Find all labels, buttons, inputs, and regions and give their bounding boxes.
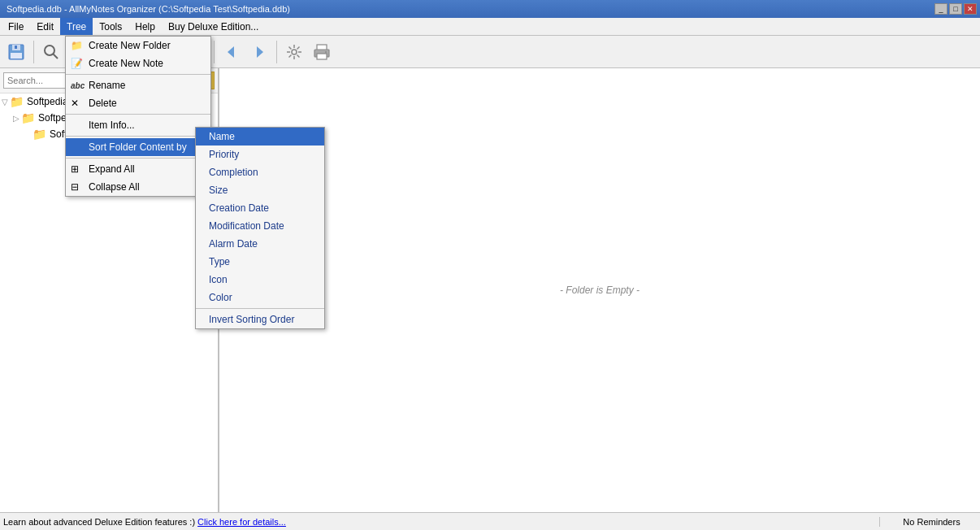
svg-line-27 [297,46,300,49]
tree-item-label: Softpedia [27,96,68,107]
expand-icon: ▷ [13,114,21,123]
menu-separator-1 [66,74,210,75]
title-bar-text: Softpedia.ddb - AllMyNotes Organizer (C:… [3,4,290,14]
svg-line-26 [297,54,300,57]
sort-by-completion[interactable]: Completion [196,163,324,181]
sort-submenu-separator [196,308,324,309]
status-text: Learn about advanced Deluxe Edition feat… [3,517,197,527]
separator-1 [33,41,34,63]
status-right: No Reminders [879,517,977,527]
menu-create-folder[interactable]: 📁 Create New Folder [66,37,210,54]
status-left: Learn about advanced Deluxe Edition feat… [3,517,879,527]
tree-context-menu: 📁 Create New Folder 📝 Create New Note ab… [65,36,211,197]
svg-line-25 [289,46,292,49]
menu-tree[interactable]: Tree [60,18,93,35]
title-bar: Softpedia.ddb - AllMyNotes Organizer (C:… [0,0,980,18]
svg-line-28 [289,54,292,57]
tools-button[interactable] [281,39,307,65]
forward-icon [250,43,268,61]
sort-by-size[interactable]: Size [196,181,324,199]
sort-by-name[interactable]: Name [196,128,324,146]
menu-collapse-all[interactable]: ⊟ Collapse All [66,178,210,196]
folder-icon: 📁 [10,95,24,108]
content-panel: - Folder is Empty - [219,68,980,512]
back-button[interactable] [219,39,245,65]
menu-delete[interactable]: ✕ Delete [66,94,210,112]
menu-separator-4 [66,158,210,159]
menu-separator-2 [66,114,210,115]
menu-file[interactable]: File [2,18,30,35]
minimize-button[interactable]: _ [934,3,947,15]
sort-by-icon[interactable]: Icon [196,271,324,289]
separator-3 [214,41,215,63]
svg-line-5 [54,54,59,59]
svg-rect-2 [11,53,22,59]
menu-expand-all[interactable]: ⊞ Expand All [66,160,210,178]
forward-button[interactable] [246,39,272,65]
empty-folder-message: - Folder is Empty - [560,285,640,296]
menu-buy[interactable]: Buy Deluxe Edition... [162,18,265,35]
sort-invert[interactable]: Invert Sorting Order [196,311,324,328]
menu-edit[interactable]: Edit [30,18,60,35]
sort-by-creation-date[interactable]: Creation Date [196,199,324,217]
svg-point-20 [292,50,297,54]
sort-by-alarm-date[interactable]: Alarm Date [196,235,324,253]
menu-item-info[interactable]: Item Info... [66,116,210,134]
create-note-icon: 📝 [71,58,83,69]
svg-point-4 [45,46,54,55]
back-icon [223,43,241,61]
status-link[interactable]: Click here for details... [197,517,286,527]
separator-4 [276,41,277,63]
create-folder-icon: 📁 [71,40,83,51]
print-button[interactable] [309,39,335,65]
menu-help[interactable]: Help [128,18,162,35]
svg-point-32 [325,51,327,53]
sort-by-color[interactable]: Color [196,289,324,306]
menu-rename[interactable]: abc Rename [66,76,210,94]
rename-icon: abc [71,81,85,90]
svg-marker-18 [228,46,234,58]
search-button[interactable] [38,39,64,65]
title-bar-buttons: _ □ ✕ [934,3,977,15]
menu-sort-folder[interactable]: Sort Folder Content by ▶ [66,138,210,156]
svg-rect-31 [317,54,327,59]
print-icon [313,43,331,61]
menu-bar: File Edit Tree Tools Help Buy Deluxe Edi… [0,18,980,36]
sort-submenu: Name Priority Completion Size Creation D… [195,127,325,329]
expand-icon: ▽ [2,98,10,106]
delete-icon: ✕ [71,98,79,109]
search-icon [42,43,60,61]
menu-separator-3 [66,136,210,137]
folder-icon: 📁 [21,111,35,124]
sort-by-type[interactable]: Type [196,253,324,271]
collapse-all-icon: ⊟ [71,181,79,193]
close-button[interactable]: ✕ [964,3,977,15]
save-button[interactable] [3,39,29,65]
menu-create-note[interactable]: 📝 Create New Note [66,54,210,72]
sort-by-modification-date[interactable]: Modification Date [196,217,324,235]
tools-icon [285,43,303,61]
expand-all-icon: ⊞ [71,163,79,175]
folder-icon: 📁 [33,128,46,141]
svg-rect-3 [15,46,17,49]
save-icon [7,43,25,61]
sort-by-priority[interactable]: Priority [196,146,324,163]
status-bar: Learn about advanced Deluxe Edition feat… [0,512,980,530]
svg-marker-19 [257,46,263,58]
maximize-button[interactable]: □ [949,3,962,15]
menu-tools[interactable]: Tools [93,18,128,35]
